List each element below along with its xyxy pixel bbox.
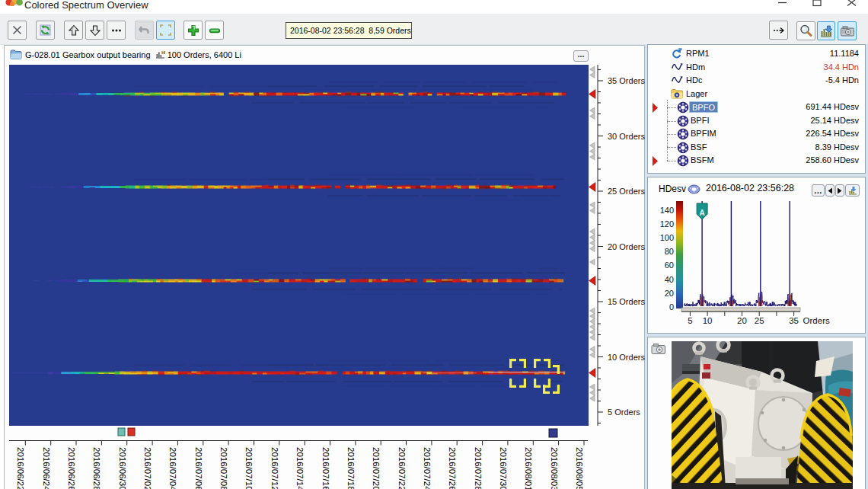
svg-text:0: 0 xyxy=(669,302,674,312)
svg-text:35 Orders: 35 Orders xyxy=(608,76,645,85)
svg-text:20: 20 xyxy=(665,289,674,298)
svg-text:20 Orders: 20 Orders xyxy=(608,242,645,251)
svg-text:25: 25 xyxy=(755,316,764,325)
svg-text:80: 80 xyxy=(665,247,674,256)
svg-text:60: 60 xyxy=(665,260,674,270)
svg-text:10: 10 xyxy=(703,316,713,325)
svg-text:35: 35 xyxy=(789,316,799,325)
svg-text:40: 40 xyxy=(665,275,674,284)
svg-text:15 Orders: 15 Orders xyxy=(608,297,645,306)
svg-text:HD: HD xyxy=(161,50,165,55)
svg-text:25 Orders: 25 Orders xyxy=(608,187,645,196)
svg-text:A: A xyxy=(699,209,704,217)
svg-text:100: 100 xyxy=(660,233,674,242)
svg-text:140: 140 xyxy=(660,206,674,215)
svg-text:120: 120 xyxy=(660,219,674,229)
svg-text:30 Orders: 30 Orders xyxy=(608,132,645,141)
svg-text:20: 20 xyxy=(737,316,747,325)
svg-text:10 Orders: 10 Orders xyxy=(608,353,645,362)
svg-text:5 Orders: 5 Orders xyxy=(608,408,640,417)
svg-text:5: 5 xyxy=(688,316,692,325)
svg-text:Orders: Orders xyxy=(803,316,830,325)
